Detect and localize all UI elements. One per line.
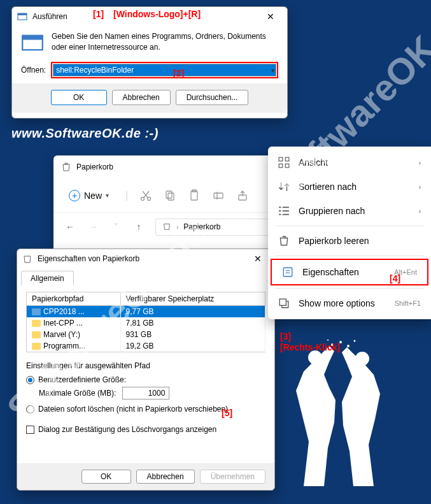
- up-level-button[interactable]: ↑: [132, 222, 145, 232]
- props-button-row: OK Abbrechen Übernehmen: [17, 463, 274, 490]
- checkbox-confirm[interactable]: Dialog zur Bestätigung des Löschvorgangs…: [26, 425, 265, 434]
- run-body: Geben Sie den Namen eines Programms, Ord…: [12, 26, 287, 59]
- cancel-button[interactable]: Abbrechen: [112, 90, 171, 105]
- svg-point-5: [148, 197, 151, 200]
- checkbox-confirm-label: Dialog zur Bestätigung des Löschvorgangs…: [38, 425, 216, 434]
- run-input[interactable]: [53, 64, 276, 76]
- copy-icon[interactable]: [164, 189, 176, 202]
- new-label: New: [84, 191, 102, 201]
- svg-point-30: [355, 352, 369, 366]
- run-dialog: Ausführen ✕ Geben Sie den Namen eines Pr…: [11, 6, 288, 119]
- svg-point-4: [141, 197, 145, 200]
- props-body: Papierkorbpfad Verfügbarer Speicherplatz…: [17, 285, 274, 440]
- ctx-group-label: Gruppieren nach: [299, 206, 410, 216]
- col-space[interactable]: Verfügbarer Speicherplatz: [120, 292, 265, 306]
- trash-icon: [278, 235, 290, 247]
- chevron-right-icon: ›: [176, 224, 178, 231]
- checkbox-icon: [26, 426, 34, 434]
- run-button-row: OK Abbrechen Durchsuchen...: [12, 83, 287, 113]
- annotation-1b: [Windows-Logo]+[R]: [113, 9, 201, 19]
- svg-rect-17: [279, 164, 283, 168]
- chevron-right-icon: ›: [419, 184, 421, 191]
- table-row[interactable]: Marvel (Y:)931 GB: [27, 329, 265, 340]
- softwareok-credit: www.SoftwareOK.de :-): [11, 126, 159, 141]
- browse-button[interactable]: Durchsuchen...: [176, 90, 249, 105]
- new-button[interactable]: + New ▾: [64, 187, 114, 204]
- folder-icon: [32, 308, 41, 315]
- col-path[interactable]: Papierkorbpfad: [27, 292, 121, 306]
- recyclebin-icon: [22, 254, 32, 264]
- svg-rect-3: [22, 36, 43, 40]
- table-row[interactable]: CPP2018 ...9,77 GB: [27, 306, 265, 318]
- rename-icon[interactable]: [212, 189, 225, 202]
- cancel-button[interactable]: Abbrechen: [136, 470, 195, 484]
- chevron-right-icon: ›: [419, 159, 421, 166]
- divider: [276, 256, 423, 256]
- run-input-row: Öffnen: ▾: [12, 59, 287, 83]
- ctx-sort-label: Sortieren nach: [299, 182, 410, 192]
- max-size-row: Maximale Größe (MB):: [26, 387, 265, 400]
- highfive-silhouette: [265, 340, 412, 493]
- close-button[interactable]: ✕: [259, 10, 282, 24]
- props-title: Eigenschaften von Papierkorb: [38, 254, 246, 263]
- ctx-empty-label: Papierkorb leeren: [299, 236, 421, 246]
- paste-icon[interactable]: [188, 189, 201, 202]
- radio-custom-size[interactable]: Benutzerdefinierte Größe:: [26, 374, 265, 385]
- radio-icon: [26, 405, 34, 414]
- forward-button[interactable]: →: [87, 222, 99, 232]
- svg-rect-10: [191, 191, 197, 200]
- table-row[interactable]: Programm...19,2 GB: [27, 340, 265, 352]
- svg-point-29: [308, 350, 322, 364]
- radio-icon: [26, 376, 34, 384]
- svg-point-34: [327, 340, 329, 341]
- folder-icon: [32, 343, 41, 350]
- ctx-view[interactable]: Ansicht ›: [268, 150, 431, 175]
- run-description: Geben Sie den Namen eines Programms, Ord…: [52, 31, 278, 54]
- svg-rect-18: [285, 164, 289, 168]
- svg-point-33: [347, 345, 350, 347]
- plus-icon: +: [69, 190, 80, 201]
- ctx-properties[interactable]: Eigenschaften Alt+Ent: [271, 259, 428, 285]
- ctx-view-label: Ansicht: [299, 157, 410, 168]
- close-button[interactable]: ✕: [246, 252, 269, 266]
- tab-general[interactable]: Allgemein: [21, 271, 74, 285]
- divider: [276, 288, 423, 289]
- svg-rect-9: [168, 193, 174, 200]
- annotation-1: [1]: [93, 9, 104, 19]
- folder-icon: [32, 320, 41, 327]
- run-big-icon: [21, 31, 44, 54]
- back-button[interactable]: ←: [64, 222, 76, 232]
- properties-dialog: Eigenschaften von Papierkorb ✕ Allgemein…: [17, 248, 275, 491]
- section-title: Einstellungen für ausgewählten Pfad: [26, 361, 265, 370]
- max-size-input[interactable]: [122, 387, 169, 400]
- properties-icon: [282, 266, 293, 278]
- chevron-right-icon: ›: [419, 208, 421, 215]
- chevron-down-icon: ▾: [106, 192, 109, 199]
- ctx-more[interactable]: Show more options Shift+F1: [268, 291, 431, 315]
- share-icon[interactable]: [236, 189, 249, 202]
- svg-rect-15: [279, 157, 283, 161]
- props-tabs: Allgemein: [17, 268, 274, 285]
- ok-button[interactable]: OK: [51, 90, 107, 105]
- svg-rect-25: [283, 268, 292, 277]
- up-button[interactable]: ˅: [110, 222, 122, 232]
- ctx-sort[interactable]: Sortieren nach ›: [268, 175, 431, 199]
- svg-rect-28: [279, 299, 286, 305]
- dropdown-icon[interactable]: ▾: [271, 67, 274, 74]
- table-row[interactable]: Inet-CPP ...7,81 GB: [27, 317, 265, 329]
- ctx-group[interactable]: Gruppieren nach ›: [268, 199, 431, 223]
- run-icon: [17, 11, 27, 22]
- svg-rect-1: [18, 13, 27, 15]
- ctx-more-shortcut: Shift+F1: [395, 299, 421, 307]
- divider: [276, 226, 423, 226]
- ctx-empty[interactable]: Papierkorb leeren: [268, 229, 431, 253]
- annotation-5: [5]: [222, 408, 232, 418]
- more-icon: [278, 298, 290, 309]
- recyclebin-icon: [162, 222, 171, 233]
- apply-button[interactable]: Übernehmen: [200, 470, 265, 484]
- annotation-2: [2]: [173, 68, 184, 78]
- run-open-label: Öffnen:: [21, 66, 46, 75]
- cut-icon[interactable]: [139, 189, 152, 202]
- ok-button[interactable]: OK: [81, 470, 131, 484]
- view-icon: [278, 157, 290, 168]
